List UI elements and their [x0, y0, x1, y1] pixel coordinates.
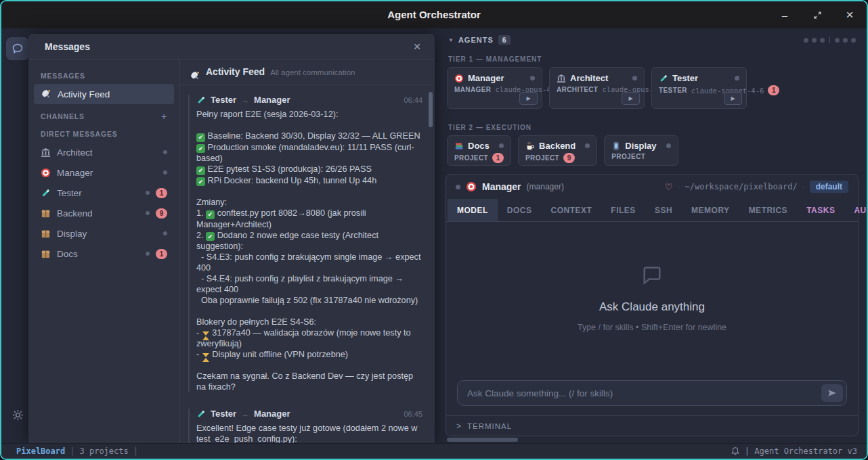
dm-item-display[interactable]: Display	[34, 223, 174, 244]
agent-card-tester[interactable]: TesterTESTERclaude-sonnet-4-61▶	[651, 67, 747, 109]
agent-card-role: TESTER	[659, 87, 687, 94]
unread-badge: 1	[768, 85, 779, 95]
dm-item-backend[interactable]: Backend9	[34, 203, 174, 223]
dm-item-tester[interactable]: Tester1	[34, 183, 174, 203]
panel-dot-button[interactable]	[804, 38, 808, 43]
messages-rail-button[interactable]	[6, 37, 29, 60]
agent-card-backend[interactable]: BackendPROJECT9	[518, 135, 597, 166]
close-overlay-button[interactable]: ×	[409, 39, 425, 54]
panel-dot-button[interactable]	[812, 38, 817, 43]
empty-state-title: Ask Claude anything	[599, 300, 705, 314]
messages-overlay: Messages × MESSAGES Activity Feed CHANNE…	[28, 34, 435, 443]
agents-panel: ▼ AGENTS 6 TIER 1 — MANAGEMENT ManagerMA…	[440, 28, 865, 443]
tab-docs[interactable]: DOCS	[498, 199, 542, 221]
messages-section-label: MESSAGES	[34, 68, 174, 84]
activity-feed-subtitle: All agent communication	[270, 68, 355, 76]
presence-dot	[146, 252, 150, 256]
panel-dot-button[interactable]	[851, 38, 856, 43]
horizontal-scrollbar[interactable]	[446, 438, 859, 442]
collapse-agents-icon[interactable]: ▼	[448, 37, 454, 43]
agent-detail-panel: Manager (manager) ♡ · ~/workspace/pixelb…	[446, 174, 859, 436]
run-agent-button[interactable]: ▶	[519, 92, 538, 105]
activity-feed-title: Activity Feed	[206, 66, 265, 77]
unread-badge: 1	[492, 153, 504, 163]
close-button[interactable]: ×	[841, 6, 859, 24]
message-header: Tester→Manager06:44	[196, 95, 422, 105]
agent-card-role: PROJECT	[525, 154, 559, 162]
send-button[interactable]	[821, 384, 843, 402]
workspace-path: ~/workspace/pixelboard/	[685, 182, 797, 191]
dm-name: Display	[57, 229, 157, 239]
message-body: Excellent! Edge case testy już gotowe (d…	[196, 423, 422, 443]
tab-memory[interactable]: MEMORY	[682, 199, 739, 221]
status-bar: PixelBoard | 3 projects | | Agent Orches…	[1, 443, 867, 459]
dm-item-docs[interactable]: Docs1	[34, 244, 174, 264]
chat-bubble-icon	[641, 264, 664, 287]
tab-audit[interactable]: AUDIT	[844, 199, 868, 221]
run-agent-button[interactable]: ▶	[724, 92, 742, 105]
phone-icon	[611, 141, 621, 151]
divider: ·	[677, 182, 680, 191]
agent-card-display[interactable]: DisplayPROJECT	[604, 135, 678, 166]
panel-dot-button[interactable]	[843, 38, 848, 43]
tab-files[interactable]: FILES	[601, 199, 645, 221]
session-badge[interactable]: default	[810, 181, 848, 193]
test-tube-icon	[41, 188, 51, 198]
ask-box	[457, 380, 847, 406]
title-bar: Agent Orchestrator – ×	[1, 1, 867, 28]
settings-button[interactable]	[8, 405, 27, 424]
target-icon	[41, 168, 51, 178]
nav-item-label: Activity Feed	[58, 89, 167, 99]
agent-card-architect[interactable]: ArchitectARCHITECTclaude-opus-4-6▶	[549, 67, 645, 109]
presence-dot	[163, 150, 167, 154]
message-header: Tester→Manager06:45	[196, 409, 422, 419]
unread-badge: 1	[156, 249, 167, 259]
minimize-button[interactable]: –	[776, 6, 794, 24]
tier1-cards: ManagerMANAGERclaude-opus-4-6▶ArchitectA…	[446, 67, 859, 109]
dm-item-manager[interactable]: Manager	[34, 162, 174, 183]
agent-card-docs[interactable]: DocsPROJECT1	[447, 135, 511, 166]
activity-feed-panel: Activity Feed All agent communication Te…	[180, 60, 435, 443]
test-tube-icon	[196, 95, 206, 105]
nav-item-activity-feed[interactable]: Activity Feed	[34, 84, 174, 104]
empty-state: Ask Claude anything Type / for skills • …	[446, 222, 858, 373]
building-icon	[557, 74, 566, 83]
bell-icon[interactable]	[731, 446, 740, 456]
tab-tasks[interactable]: TASKS	[797, 199, 844, 221]
panel-dot-button[interactable]	[820, 38, 825, 43]
favorite-icon[interactable]: ♡	[665, 182, 673, 192]
terminal-toggle[interactable]: > TERMINAL	[446, 415, 858, 436]
hourglass-emoji-icon	[202, 331, 209, 336]
satellite-icon	[190, 70, 200, 81]
dm-list: ArchitectManagerTester1Backend9DisplayDo…	[34, 142, 174, 264]
tab-model[interactable]: MODEL	[448, 199, 498, 221]
test-tube-icon	[196, 409, 206, 419]
dm-name: Docs	[57, 249, 139, 259]
run-agent-button[interactable]: ▶	[622, 92, 640, 105]
tab-context[interactable]: CONTEXT	[542, 199, 602, 221]
check-emoji-icon: ✔	[196, 166, 205, 175]
target-icon	[454, 74, 464, 83]
dm-item-architect[interactable]: Architect	[34, 142, 174, 162]
dm-name: Manager	[57, 168, 157, 178]
ask-claude-input[interactable]	[458, 381, 846, 405]
feed-message: Tester→Manager06:44Pełny raport E2E (ses…	[188, 95, 422, 392]
tier2-label: TIER 2 — EXECUTION	[446, 109, 859, 135]
agent-card-manager[interactable]: ManagerMANAGERclaude-opus-4-6▶	[447, 67, 542, 109]
agents-header: ▼ AGENTS 6	[446, 34, 859, 50]
tab-metrics[interactable]: METRICS	[739, 199, 798, 221]
status-dot	[499, 143, 504, 148]
panel-options	[804, 37, 856, 43]
books-icon	[454, 141, 464, 151]
tier1-label: TIER 1 — MANAGEMENT	[446, 50, 859, 67]
add-channel-button[interactable]: +	[161, 111, 167, 122]
building-icon	[41, 147, 51, 158]
target-icon	[466, 181, 477, 192]
feed-scrollbar[interactable]	[429, 92, 433, 127]
tab-ssh[interactable]: SSH	[645, 199, 682, 221]
check-emoji-icon: ✔	[196, 177, 205, 186]
agent-detail-header: Manager (manager) ♡ · ~/workspace/pixelb…	[446, 175, 858, 199]
maximize-button[interactable]	[808, 6, 826, 24]
message-to: Manager	[254, 95, 290, 105]
panel-dot-button[interactable]	[835, 38, 840, 43]
